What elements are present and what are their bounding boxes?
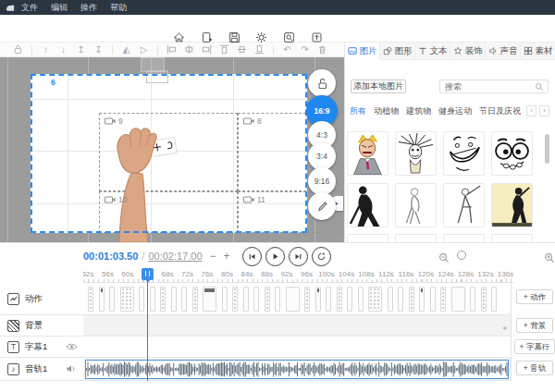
action-clip[interactable] bbox=[440, 287, 446, 312]
action-clip[interactable] bbox=[304, 287, 310, 312]
action-clip[interactable] bbox=[451, 287, 465, 312]
camera-frame-label[interactable]: 11 bbox=[243, 195, 265, 204]
asset-thumbnail-golfer-putting-sketch[interactable] bbox=[395, 183, 437, 227]
camera-frame-label[interactable]: 6 bbox=[37, 78, 56, 87]
action-clip[interactable] bbox=[109, 287, 115, 312]
action-clip[interactable] bbox=[171, 287, 177, 312]
playhead-handle[interactable] bbox=[142, 268, 154, 280]
action-clip[interactable] bbox=[192, 287, 198, 312]
action-clip[interactable] bbox=[286, 287, 300, 312]
category-0[interactable]: 所有 bbox=[350, 105, 366, 117]
search-input[interactable] bbox=[440, 82, 535, 92]
timeline-zoom-knob[interactable] bbox=[457, 251, 466, 260]
align-right-icon[interactable] bbox=[201, 44, 214, 55]
tab-decor[interactable]: 装饰 bbox=[450, 43, 486, 60]
action-clip[interactable] bbox=[398, 287, 403, 312]
move-top-icon[interactable]: ↥ bbox=[75, 44, 88, 55]
action-clip[interactable] bbox=[347, 287, 352, 312]
skip-start-button[interactable] bbox=[242, 247, 262, 266]
asset-thumbnail-partial[interactable] bbox=[491, 234, 533, 242]
eye-icon[interactable] bbox=[66, 342, 78, 351]
ratio-button-3-4[interactable]: 3:4 bbox=[308, 142, 336, 170]
speaker-icon[interactable] bbox=[66, 364, 78, 374]
add-local-image-button[interactable]: 添加本地图片 bbox=[351, 80, 406, 93]
menu-item-2[interactable]: 操作 bbox=[80, 2, 97, 14]
asset-thumbnail-golfer-swing-silhouette[interactable] bbox=[347, 183, 388, 227]
action-clip[interactable] bbox=[409, 287, 414, 312]
action-clip[interactable] bbox=[388, 287, 393, 312]
move-up-icon[interactable]: ↑ bbox=[40, 44, 53, 55]
ratio-button-draw[interactable] bbox=[308, 192, 336, 220]
action-clip[interactable] bbox=[430, 287, 436, 312]
align-center-h-icon[interactable] bbox=[183, 44, 196, 55]
action-clip[interactable] bbox=[326, 287, 331, 312]
action-clip[interactable] bbox=[243, 287, 249, 312]
selected-camera-frame[interactable] bbox=[31, 74, 307, 233]
lock-icon[interactable] bbox=[12, 44, 25, 55]
search-icon[interactable] bbox=[535, 82, 544, 92]
align-center-v-icon[interactable] bbox=[236, 44, 249, 55]
play-button[interactable] bbox=[265, 247, 285, 266]
action-clip[interactable] bbox=[203, 287, 216, 312]
action-clip[interactable] bbox=[160, 287, 166, 312]
tab-images[interactable]: 图片 bbox=[345, 43, 380, 60]
add-track-button-2[interactable]: + 字幕行 bbox=[514, 339, 555, 354]
undo-icon[interactable]: ↶ bbox=[281, 44, 294, 55]
action-clip[interactable] bbox=[232, 287, 238, 312]
total-time[interactable]: 00:02:17.00 bbox=[148, 251, 202, 262]
action-clip[interactable] bbox=[368, 287, 382, 312]
category-next-button[interactable]: › bbox=[539, 105, 549, 116]
asset-thumbnail-wild-hair-face-cartoon[interactable] bbox=[395, 131, 437, 176]
asset-thumbnail-partial[interactable] bbox=[395, 234, 437, 242]
asset-thumbnail-googly-eyes-face-cartoon[interactable] bbox=[491, 131, 533, 176]
add-track-button-1[interactable]: + 背景 bbox=[516, 318, 553, 333]
action-clip[interactable] bbox=[253, 287, 259, 312]
align-top-icon[interactable] bbox=[218, 44, 231, 55]
flip-vertical-icon[interactable]: ▷ bbox=[138, 44, 151, 55]
ratio-button-9-16[interactable]: 9:16 bbox=[308, 167, 336, 195]
tab-material[interactable]: 素材 bbox=[521, 43, 555, 60]
camera-frame-label[interactable]: 10 bbox=[105, 195, 127, 204]
audio-clip[interactable] bbox=[85, 360, 509, 379]
category-prev-button[interactable]: ‹ bbox=[526, 105, 536, 116]
timeline-zoom-out-icon[interactable] bbox=[438, 251, 450, 262]
action-clip[interactable] bbox=[337, 287, 342, 312]
tracks-collapse-arrow[interactable]: ◂ bbox=[502, 324, 506, 332]
tab-text[interactable]: 文本 bbox=[415, 43, 450, 60]
action-clip[interactable] bbox=[481, 287, 487, 312]
flip-horizontal-icon[interactable]: ◭ bbox=[120, 44, 133, 55]
redo-icon[interactable]: ↷ bbox=[299, 44, 312, 55]
tab-sound[interactable]: 声音 bbox=[486, 43, 521, 60]
timeline-zoom-in-icon[interactable] bbox=[544, 251, 555, 262]
asset-thumbnail-golfer-swing-sketch[interactable] bbox=[443, 183, 485, 227]
duration-plus-button[interactable]: + bbox=[224, 250, 230, 263]
camera-frame-label[interactable]: 8 bbox=[243, 116, 262, 126]
asset-thumbnail-partial[interactable] bbox=[347, 234, 388, 242]
add-track-button-3[interactable]: + 音轨 bbox=[516, 361, 553, 375]
category-1[interactable]: 动植物 bbox=[374, 105, 399, 117]
action-clip[interactable] bbox=[470, 287, 475, 312]
camera-frame-label[interactable]: 9 bbox=[105, 116, 123, 126]
tab-shapes[interactable]: 图形 bbox=[380, 43, 415, 60]
action-clip[interactable] bbox=[315, 287, 321, 312]
move-down-icon[interactable]: ↓ bbox=[57, 44, 70, 55]
action-clip[interactable] bbox=[265, 287, 270, 312]
move-bottom-icon[interactable]: ↧ bbox=[92, 44, 105, 55]
action-clip[interactable] bbox=[222, 287, 228, 312]
grid-scrollbar[interactable] bbox=[545, 134, 549, 164]
action-clip[interactable] bbox=[88, 287, 93, 312]
menu-item-3[interactable]: 帮助 bbox=[110, 2, 127, 14]
action-clip[interactable] bbox=[139, 287, 144, 312]
add-track-button-0[interactable]: + 动作 bbox=[516, 289, 553, 304]
asset-thumbnail-angry-businessman-cartoon[interactable] bbox=[347, 131, 388, 176]
category-2[interactable]: 建筑物 bbox=[406, 105, 431, 117]
menu-item-0[interactable]: 文件 bbox=[21, 2, 38, 14]
category-4[interactable]: 节日及庆祝 bbox=[479, 105, 521, 117]
align-bottom-icon[interactable] bbox=[253, 44, 266, 55]
asset-thumbnail-golfer-yellow-poster[interactable] bbox=[491, 183, 533, 227]
action-clip[interactable] bbox=[150, 287, 155, 312]
duration-minus-button[interactable]: − bbox=[210, 250, 216, 263]
action-clip[interactable] bbox=[181, 287, 187, 312]
action-clip[interactable] bbox=[120, 287, 134, 312]
delete-icon[interactable] bbox=[316, 44, 329, 55]
